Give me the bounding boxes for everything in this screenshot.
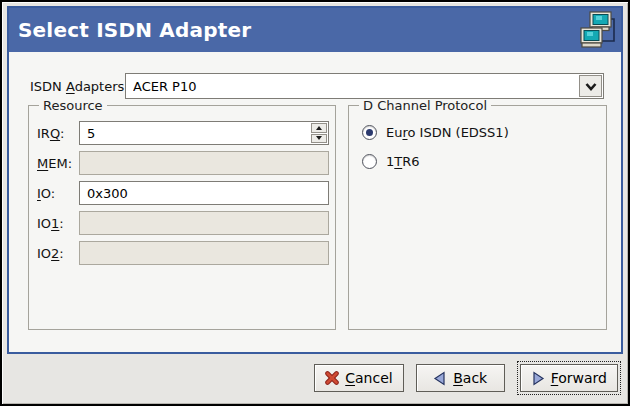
d-channel-protocol-group: D Channel Protocol Euro ISDN (EDSS1) 1TR… — [348, 98, 607, 330]
spin-down-button[interactable] — [311, 134, 327, 144]
forward-label: Forward — [551, 370, 607, 386]
back-label: Back — [453, 370, 487, 386]
forward-button[interactable]: Forward — [520, 364, 618, 392]
red-x-icon — [325, 371, 339, 385]
radio-button-icon[interactable] — [362, 125, 377, 140]
io-label: IO: — [37, 186, 79, 201]
button-bar: Cancel Back Forward — [2, 354, 628, 404]
isdn-adapter-value[interactable] — [126, 74, 578, 98]
mem-input — [79, 151, 329, 175]
spin-up-icon — [316, 126, 322, 130]
chevron-down-icon — [585, 82, 597, 91]
d-channel-protocol-legend: D Channel Protocol — [359, 98, 491, 113]
isdn-adapters-label: ISDN Adapters: — [30, 79, 129, 94]
spin-down-icon — [316, 136, 322, 140]
irq-label: IRQ: — [37, 126, 79, 141]
dialog-title: Select ISDN Adapter — [18, 18, 251, 42]
io1-row: IO1: — [37, 211, 329, 235]
back-button[interactable]: Back — [416, 364, 505, 392]
resource-group: Resource IRQ: MEM: I — [28, 98, 336, 330]
io2-row: IO2: — [37, 241, 329, 265]
io-row: IO: — [37, 181, 329, 205]
isdn-adapter-combobox[interactable] — [125, 73, 604, 99]
dialog-window: Select ISDN Adapter — [0, 0, 630, 406]
io1-label: IO1: — [37, 216, 79, 231]
irq-spin-buttons — [310, 122, 328, 144]
io2-label: IO2: — [37, 246, 79, 261]
radio-button-icon[interactable] — [362, 154, 377, 169]
radio-1tr6-label: 1TR6 — [386, 154, 420, 169]
irq-spinbox[interactable] — [79, 121, 329, 145]
mem-row: MEM: — [37, 151, 329, 175]
resource-legend: Resource — [39, 98, 107, 113]
spin-up-button[interactable] — [311, 123, 327, 133]
content-area: ISDN Adapters: Resource IRQ: — [9, 52, 621, 352]
forward-button-focus-ring: Forward — [517, 361, 621, 395]
triangle-left-icon — [433, 371, 447, 386]
radio-euro-isdn[interactable]: Euro ISDN (EDSS1) — [362, 125, 600, 140]
io2-input — [79, 241, 329, 265]
radio-euro-isdn-label: Euro ISDN (EDSS1) — [386, 125, 509, 140]
io1-input — [79, 211, 329, 235]
mem-label: MEM: — [37, 156, 79, 171]
io-input[interactable] — [79, 181, 329, 205]
irq-row: IRQ: — [37, 121, 329, 145]
wizard-panel: Select ISDN Adapter — [7, 6, 623, 354]
titlebar: Select ISDN Adapter — [9, 8, 621, 52]
network-computers-icon — [578, 9, 618, 51]
cancel-button[interactable]: Cancel — [314, 364, 403, 392]
irq-input[interactable] — [80, 122, 310, 144]
triangle-right-icon — [531, 371, 545, 386]
radio-1tr6[interactable]: 1TR6 — [362, 154, 600, 169]
dropdown-arrow-button[interactable] — [579, 75, 602, 97]
cancel-label: Cancel — [345, 370, 392, 386]
